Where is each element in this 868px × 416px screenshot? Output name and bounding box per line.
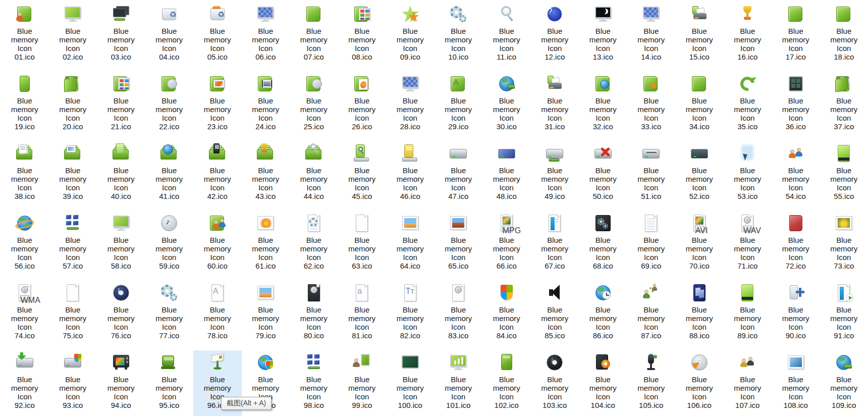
file-item[interactable]: BluememoryIcon45.ico xyxy=(338,141,387,211)
file-item[interactable]: aBluememoryIcon81.ico xyxy=(338,281,387,350)
file-item[interactable]: BluememoryIcon60.ico xyxy=(193,211,242,281)
file-item[interactable]: BluememoryIcon77.ico xyxy=(145,281,194,350)
file-item[interactable]: BluememoryIcon62.ico xyxy=(290,211,338,281)
file-item[interactable]: BluememoryIcon53.ico xyxy=(724,141,772,211)
file-item[interactable]: BluememoryIcon47.ico xyxy=(435,141,483,211)
file-item[interactable]: BluememoryIcon69.ico xyxy=(627,211,676,281)
file-item[interactable]: BluememoryIcon40.ico xyxy=(97,141,145,211)
file-item[interactable]: BluememoryIcon52.ico xyxy=(675,141,724,211)
file-item[interactable]: BluememoryIcon80.ico xyxy=(290,281,338,350)
file-item[interactable]: BluememoryIcon106.ico xyxy=(675,350,724,416)
file-item[interactable]: BluememoryIcon13.ico xyxy=(579,2,627,72)
file-item[interactable]: ABluememoryIcon29.ico xyxy=(435,72,483,141)
file-item[interactable]: BluememoryIcon91.ico xyxy=(820,281,868,350)
file-item[interactable]: ♻BluememoryIcon05.ico xyxy=(193,2,242,72)
file-item[interactable]: ♻BluememoryIcon04.ico xyxy=(145,2,194,72)
file-item[interactable]: BluememoryIcon02.ico xyxy=(49,2,97,72)
file-item[interactable]: BluememoryIcon09.ico xyxy=(386,2,435,72)
file-item[interactable]: BluememoryIcon90.ico xyxy=(772,281,820,350)
file-item[interactable]: BluememoryIcon64.ico xyxy=(386,211,435,281)
file-item[interactable]: BluememoryIcon16.ico xyxy=(724,2,772,72)
file-item[interactable]: BluememoryIcon55.ico xyxy=(820,141,868,211)
file-item[interactable]: BluememoryIcon99.ico xyxy=(338,350,387,416)
file-item[interactable]: BluememoryIcon63.ico xyxy=(338,211,387,281)
file-item[interactable]: BluememoryIcon108.ico xyxy=(772,350,820,416)
file-item[interactable]: BluememoryIcon109.ico xyxy=(820,350,868,416)
file-item[interactable]: BluememoryIcon72.ico xyxy=(772,211,820,281)
file-item[interactable]: BluememoryIcon105.ico xyxy=(627,350,676,416)
file-item[interactable]: BluememoryIcon30.ico xyxy=(482,72,531,141)
file-item[interactable]: BluememoryIcon83.ico xyxy=(435,281,483,350)
file-item[interactable]: BluememoryIcon32.ico xyxy=(579,72,627,141)
file-item[interactable]: BluememoryIcon48.ico xyxy=(482,141,531,211)
file-item[interactable]: BluememoryIcon73.ico xyxy=(820,211,868,281)
file-item[interactable]: BluememoryIcon34.ico xyxy=(675,72,724,141)
file-item[interactable]: BluememoryIcon26.ico xyxy=(338,72,387,141)
file-item[interactable]: WMABluememoryIcon74.ico xyxy=(1,281,49,350)
file-item[interactable]: BluememoryIcon41.ico xyxy=(145,141,194,211)
file-item[interactable]: BluememoryIcon46.ico xyxy=(386,141,435,211)
file-item[interactable]: BluememoryIcon39.ico xyxy=(49,141,97,211)
file-item[interactable]: BluememoryIcon36.ico xyxy=(772,72,820,141)
file-item[interactable]: BluememoryIcon56.ico xyxy=(1,211,49,281)
file-item[interactable]: BluememoryIcon49.ico xyxy=(531,141,579,211)
file-item[interactable]: BluememoryIcon08.ico xyxy=(338,2,387,72)
file-item[interactable]: BluememoryIcon21.ico xyxy=(97,72,145,141)
file-item[interactable]: BluememoryIcon68.ico xyxy=(579,211,627,281)
file-item[interactable]: BluememoryIcon89.ico xyxy=(724,281,772,350)
file-item[interactable]: ABluememoryIcon78.ico xyxy=(193,281,242,350)
file-item[interactable]: BluememoryIcon22.ico xyxy=(145,72,194,141)
file-item[interactable]: BluememoryIcon07.ico xyxy=(290,2,338,72)
file-item[interactable]: BluememoryIcon93.ico xyxy=(49,350,97,416)
file-item[interactable]: BluememoryIcon102.ico xyxy=(482,350,531,416)
file-item[interactable]: BluememoryIcon57.ico xyxy=(49,211,97,281)
file-item[interactable]: BluememoryIcon42.ico xyxy=(193,141,242,211)
file-item[interactable]: BluememoryIcon23.ico xyxy=(193,72,242,141)
file-item[interactable]: BluememoryIcon79.ico xyxy=(242,281,290,350)
file-item[interactable]: BluememoryIcon95.ico xyxy=(145,350,194,416)
file-item[interactable]: BluememoryIcon51.ico xyxy=(627,141,676,211)
file-item[interactable]: BluememoryIcon61.ico xyxy=(242,211,290,281)
file-item[interactable]: BluememoryIcon44.ico xyxy=(290,141,338,211)
file-item[interactable]: BluememoryIcon17.ico xyxy=(772,2,820,72)
file-item[interactable]: BluememoryIcon84.ico xyxy=(482,281,531,350)
file-item[interactable]: BluememoryIcon24.ico xyxy=(242,72,290,141)
file-item[interactable]: BluememoryIcon85.ico xyxy=(531,281,579,350)
file-item[interactable]: BluememoryIcon15.ico xyxy=(675,2,724,72)
file-item[interactable]: BluememoryIcon18.ico xyxy=(820,2,868,72)
file-item[interactable]: BluememoryIcon107.ico xyxy=(724,350,772,416)
file-item[interactable]: MPGBluememoryIcon66.ico xyxy=(482,211,531,281)
file-item[interactable]: BluememoryIcon28.ico xyxy=(386,72,435,141)
file-item[interactable]: BluememoryIcon100.ico xyxy=(386,350,435,416)
file-item[interactable]: BluememoryIcon03.ico xyxy=(97,2,145,72)
file-item[interactable]: BluememoryIcon25.ico xyxy=(290,72,338,141)
file-item[interactable]: BluememoryIcon58.ico xyxy=(97,211,145,281)
file-item[interactable]: AVIBluememoryIcon70.ico xyxy=(675,211,724,281)
file-item[interactable]: BluememoryIcon75.ico xyxy=(49,281,97,350)
file-item[interactable]: BluememoryIcon37.ico xyxy=(820,72,868,141)
file-item[interactable]: BluememoryIcon94.ico xyxy=(97,350,145,416)
file-item[interactable]: TTBluememoryIcon82.ico xyxy=(386,281,435,350)
file-item[interactable]: BluememoryIcon67.ico xyxy=(531,211,579,281)
file-item[interactable]: BluememoryIcon101.ico xyxy=(435,350,483,416)
file-item[interactable]: BluememoryIcon10.ico xyxy=(435,2,483,72)
file-item[interactable]: WAVBluememoryIcon71.ico xyxy=(724,211,772,281)
file-item[interactable]: BluememoryIcon01.ico xyxy=(1,2,49,72)
file-item[interactable]: BluememoryIcon50.ico xyxy=(579,141,627,211)
file-item[interactable]: ♪BluememoryIcon59.ico xyxy=(145,211,194,281)
file-item[interactable]: BluememoryIcon86.ico xyxy=(579,281,627,350)
file-item[interactable]: BluememoryIcon19.ico xyxy=(1,72,49,141)
file-item[interactable]: BluememoryIcon87.ico xyxy=(627,281,676,350)
file-item[interactable]: BluememoryIcon11.ico xyxy=(482,2,531,72)
file-item[interactable]: BluememoryIcon54.ico xyxy=(772,141,820,211)
file-item[interactable]: BluememoryIcon35.ico xyxy=(724,72,772,141)
file-item[interactable]: BluememoryIcon14.ico xyxy=(627,2,676,72)
file-item[interactable]: BluememoryIcon92.ico xyxy=(1,350,49,416)
file-item[interactable]: BluememoryIcon31.ico xyxy=(531,72,579,141)
file-item[interactable]: BluememoryIcon38.ico xyxy=(1,141,49,211)
file-item[interactable]: BluememoryIcon98.ico xyxy=(290,350,338,416)
file-item[interactable]: BluememoryIcon88.ico xyxy=(675,281,724,350)
file-item[interactable]: iBluememoryIcon76.ico xyxy=(97,281,145,350)
file-item[interactable]: iBluememoryIcon103.ico xyxy=(531,350,579,416)
file-item[interactable]: BluememoryIcon06.ico xyxy=(242,2,290,72)
